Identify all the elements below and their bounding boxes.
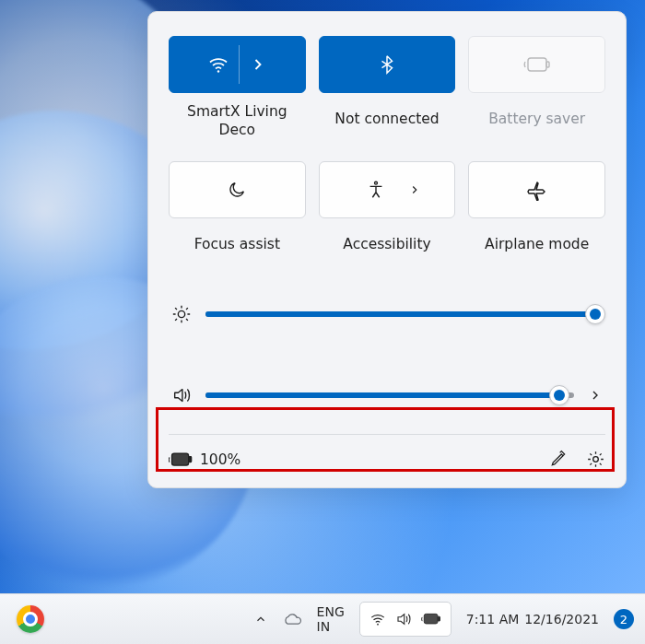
tray-overflow-button[interactable] [249, 609, 273, 629]
svg-point-4 [178, 310, 184, 317]
svg-rect-1 [528, 58, 546, 71]
volume-slider[interactable] [169, 373, 605, 417]
battery-saver-tile-label: Battery saver [468, 99, 605, 139]
language-primary: ENG [317, 604, 345, 619]
battery-saver-icon [523, 54, 551, 75]
volume-output-chevron[interactable] [587, 388, 604, 403]
moon-icon [227, 180, 247, 200]
svg-rect-5 [171, 453, 188, 465]
edit-quick-settings-button[interactable] [549, 450, 568, 469]
settings-button[interactable] [586, 450, 605, 469]
airplane-mode-tile[interactable] [468, 161, 605, 218]
focus-assist-tile[interactable] [169, 161, 306, 218]
quick-settings-panel: SmartX Living Deco Not connected Battery… [147, 11, 627, 488]
brightness-slider[interactable] [169, 292, 605, 336]
airplane-icon [526, 179, 548, 201]
brightness-icon [170, 304, 193, 324]
accessibility-icon [366, 180, 386, 200]
battery-status[interactable]: 100% [169, 451, 240, 468]
svg-point-8 [377, 624, 379, 626]
volume-tray-icon [395, 611, 412, 627]
wifi-tile[interactable] [169, 36, 306, 93]
accessibility-tile[interactable] [319, 161, 456, 218]
clock-button[interactable]: 7:11 AM 12/16/2021 [461, 608, 604, 630]
svg-rect-9 [424, 614, 438, 624]
wifi-tray-icon [369, 611, 386, 627]
svg-point-0 [217, 70, 219, 72]
svg-point-3 [375, 181, 378, 184]
bluetooth-icon [377, 54, 397, 75]
airplane-mode-tile-label: Airplane mode [468, 224, 605, 264]
svg-rect-2 [546, 62, 549, 67]
wifi-icon [207, 53, 229, 76]
battery-tray-icon [421, 613, 441, 626]
slider-thumb[interactable] [549, 385, 569, 405]
language-button[interactable]: ENG IN [311, 601, 350, 638]
brightness-track[interactable] [205, 311, 604, 317]
onedrive-tray-icon[interactable] [282, 612, 302, 626]
chevron-right-icon [249, 55, 267, 74]
svg-rect-6 [189, 456, 192, 462]
accessibility-tile-label: Accessibility [319, 224, 456, 264]
language-secondary: IN [317, 619, 345, 634]
notification-badge[interactable]: 2 [614, 609, 634, 629]
volume-icon [170, 385, 193, 405]
taskbar-date: 12/16/2021 [524, 612, 599, 626]
wifi-tile-label: SmartX Living Deco [169, 99, 306, 139]
slider-thumb[interactable] [585, 304, 605, 324]
battery-saver-tile[interactable] [468, 36, 605, 93]
focus-assist-tile-label: Focus assist [169, 224, 306, 264]
battery-percent-label: 100% [200, 451, 240, 468]
taskbar-time: 7:11 AM [466, 612, 520, 626]
system-tray[interactable] [359, 602, 452, 637]
notification-count: 2 [620, 613, 627, 626]
bluetooth-tile-label: Not connected [319, 99, 456, 139]
taskbar: ENG IN [0, 593, 645, 644]
chevron-right-icon [408, 183, 421, 196]
svg-point-7 [593, 457, 599, 463]
svg-rect-10 [438, 616, 440, 621]
chrome-app-icon[interactable] [17, 605, 44, 633]
volume-track[interactable] [205, 392, 574, 398]
bluetooth-tile[interactable] [319, 36, 456, 93]
battery-charging-icon [169, 451, 193, 468]
